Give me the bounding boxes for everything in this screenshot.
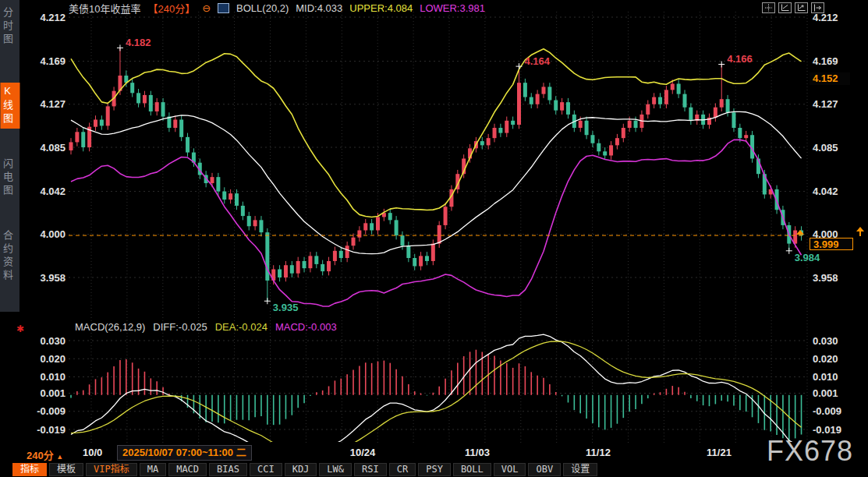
- toolbar-lw-button[interactable]: LW&: [319, 463, 352, 476]
- axis-pan-icon[interactable]: [795, 2, 808, 13]
- price-axis-label: -0.009: [37, 405, 66, 417]
- current-price-label: 3.999: [810, 238, 853, 250]
- toolbar-macd-button[interactable]: MACD: [168, 463, 207, 476]
- toolbar-obv-button[interactable]: OBV: [528, 463, 561, 476]
- svg-text:4.166: 4.166: [727, 53, 753, 65]
- toolbar-template-button[interactable]: 模板: [49, 463, 83, 476]
- boll-lower-value: LOWER:3.981: [420, 2, 485, 14]
- price-axis-label: 0.020: [813, 353, 838, 365]
- period-dropdown-label: 240分: [27, 450, 54, 461]
- price-axis-label: 3.958: [40, 272, 66, 284]
- toolbar-kdj-button[interactable]: KDJ: [285, 463, 317, 476]
- toolbar-indicator-button[interactable]: 指标: [12, 463, 47, 476]
- period-dropdown[interactable]: 240分 ▲: [27, 447, 63, 462]
- price-axis-label: 0.010: [40, 371, 66, 383]
- price-axis-label: 4.127: [40, 98, 66, 110]
- macd-macd-value: MACD:-0.003: [275, 321, 337, 333]
- collapse-icon[interactable]: ⊖: [202, 2, 211, 14]
- macd-title: MACD(26,12,9): [75, 321, 145, 333]
- svg-text:3.935: 3.935: [273, 302, 299, 313]
- boll-label: BOLL(20,2): [236, 2, 289, 14]
- xaxis-tick-label: 11/21: [707, 447, 732, 458]
- toolbar-boll-button[interactable]: BOLL: [453, 463, 491, 476]
- window-controls: [762, 2, 824, 13]
- macd-header: MACD(26,12,9) DIFF:-0.025 DEA:-0.024 MAC…: [75, 321, 337, 333]
- toolbar-ma-button[interactable]: MA: [140, 463, 166, 476]
- toolbar-cci-button[interactable]: CCI: [250, 463, 282, 476]
- price-axis-label: 4.085: [813, 142, 838, 154]
- price-axis-label: 4.000: [40, 228, 66, 240]
- xaxis-tick-label: 11/12: [586, 447, 611, 458]
- instrument-title: 美债10年收益率: [69, 1, 140, 16]
- chart-canvas[interactable]: 4.1823.9354.1644.1663.9844.2124.2124.169…: [0, 0, 868, 477]
- price-axis-label: 0.001: [813, 387, 838, 399]
- toolbar-rsi-button[interactable]: RSI: [354, 463, 387, 476]
- toolbar-vip-indicator-button[interactable]: VIP指标: [86, 463, 137, 476]
- fx678-watermark: FX678: [767, 435, 853, 468]
- price-axis-label: 4.212: [40, 12, 66, 23]
- price-axis-label: 0.030: [813, 335, 838, 347]
- svg-text:4.182: 4.182: [126, 37, 151, 48]
- app-root: 4.1823.9354.1644.1663.9844.2124.2124.169…: [0, 0, 868, 477]
- boll-mid-value: MID:4.033: [296, 2, 342, 14]
- candlesticks: [69, 48, 804, 301]
- sidebar-item-kline-chart[interactable]: K线图: [0, 83, 19, 129]
- xaxis-partial-label-left: 10/0: [83, 447, 102, 458]
- scroll-to-latest-icon[interactable]: [856, 226, 865, 240]
- price-axis-label: 0.001: [40, 387, 66, 399]
- sidebar-item-flash-chart[interactable]: 闪电图: [0, 156, 19, 200]
- settlement-price-label: 4.152: [810, 72, 850, 85]
- price-axis-label: -0.009: [813, 405, 841, 417]
- left-sidebar: 分时图 K线图 闪电图 合约资料: [0, 0, 19, 312]
- sidebar-item-timeline-chart[interactable]: 分时图: [0, 5, 19, 49]
- macd-diff-value: DIFF:-0.025: [153, 321, 207, 333]
- price-axis-label: 0.010: [813, 371, 838, 383]
- toolbar-bias-button[interactable]: BIAS: [209, 463, 247, 476]
- toolbar-cr-button[interactable]: CR: [389, 463, 416, 476]
- crosshair-date-tooltip: 2025/10/07 07:00~11:00 二: [117, 445, 252, 461]
- period-tag: 【240分】: [147, 1, 195, 16]
- price-axis-label: 4.042: [813, 186, 838, 197]
- axis-scale-icon[interactable]: [778, 2, 792, 13]
- price-axis-label: -0.019: [37, 424, 66, 436]
- price-axis-label: 4.127: [813, 98, 838, 110]
- toolbar-psy-button[interactable]: PSY: [418, 463, 451, 476]
- price-axis-label: 4.169: [40, 55, 66, 67]
- indicator-toolbar: 指标 模板 VIP指标 MA MACD BIAS CCI KDJ LW& RSI…: [12, 463, 597, 476]
- chevron-up-icon: ▲: [56, 453, 63, 461]
- toolbar-settings-button[interactable]: 设置: [563, 463, 597, 476]
- sidebar-item-contract-info[interactable]: 合约资料: [0, 228, 19, 285]
- toolbar-vol-button[interactable]: VOL: [494, 463, 526, 476]
- price-axis-label: 4.169: [813, 55, 838, 67]
- price-axis-label: 0.030: [40, 335, 66, 347]
- current-price-line: [69, 230, 805, 235]
- svg-text:3.984: 3.984: [795, 252, 820, 263]
- macd-panel: [71, 334, 802, 462]
- indicator-chart-icon: [218, 3, 229, 13]
- price-axis-label: 4.085: [40, 142, 66, 154]
- price-axis-label: 3.958: [813, 272, 838, 284]
- price-axis-label: 4.042: [40, 186, 66, 197]
- price-axis-label: -0.019: [813, 424, 841, 436]
- bollinger-bands: [71, 49, 802, 306]
- price-axis-label: 0.020: [40, 353, 66, 365]
- chart-header: 美债10年收益率 【240分】 ⊖ BOLL(20,2) MID:4.033 U…: [69, 1, 485, 16]
- macd-dea-value: DEA:-0.024: [215, 321, 267, 333]
- collapse-panel-icon[interactable]: [811, 2, 824, 13]
- live-indicator-icon: ✱: [16, 323, 24, 334]
- move-tool-icon[interactable]: [762, 2, 775, 13]
- svg-text:4.164: 4.164: [525, 55, 551, 67]
- xaxis-tick-label: 11/03: [465, 447, 490, 458]
- xaxis-tick-label: 10/24: [350, 447, 376, 458]
- boll-upper-value: UPPER:4.084: [349, 2, 413, 14]
